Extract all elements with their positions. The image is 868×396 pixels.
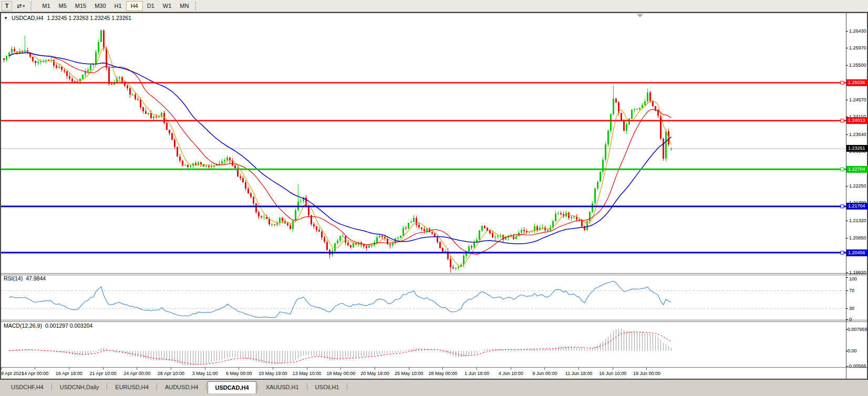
- chart-tab-USDCAD-H4[interactable]: USDCAD,H4: [208, 381, 256, 393]
- rsi-label: RSI(14) 47.9844: [4, 275, 46, 282]
- chart-tab-USDCNH-Daily[interactable]: USDCNH,Daily: [53, 381, 106, 392]
- timeframe-button-M30[interactable]: M30: [90, 1, 110, 11]
- collapse-triangle-icon[interactable]: ▼: [4, 16, 8, 20]
- toolbar-grip: [30, 2, 34, 10]
- toolbar: T ⇄ ▾ M1M5M15M30H1H4D1W1MN: [0, 0, 868, 12]
- candlestick-series: [3, 29, 672, 273]
- toolbar-grip: [195, 2, 198, 10]
- chart-title: ▼ USDCAD,H4 1.23245 1.23263 1.23245 1.23…: [4, 15, 131, 21]
- macd-values: 0.001297 0.003204: [45, 322, 93, 329]
- macd-signal-line: [9, 332, 671, 364]
- chart-tab-USDCHF-H4[interactable]: USDCHF,H4: [4, 381, 50, 392]
- line-anchor-handle[interactable]: [841, 168, 844, 171]
- timeframe-button-W1[interactable]: W1: [159, 1, 176, 11]
- chart-canvas[interactable]: [1, 13, 867, 379]
- timeframe-button-M15[interactable]: M15: [71, 1, 90, 11]
- line-anchor-handle[interactable]: [841, 81, 844, 85]
- chart-symbol: USDCAD,H4: [12, 15, 44, 21]
- text-tool-button[interactable]: T: [2, 1, 12, 11]
- chart-tab-AUDUSD-H4[interactable]: AUDUSD,H4: [158, 381, 205, 392]
- macd-label: MACD(12,26,9) 0.001297 0.003204: [4, 322, 92, 329]
- chart-tab-EURUSD-H4[interactable]: EURUSD,H4: [108, 381, 156, 392]
- timeframe-button-MN[interactable]: MN: [175, 1, 193, 11]
- tab-separator: [157, 383, 157, 390]
- chart-window[interactable]: 1.264301.259701.255001.245701.241101.236…: [0, 12, 868, 380]
- tab-separator: [206, 383, 206, 390]
- panel-borders: [1, 13, 867, 379]
- chart-tab-USOil-H1[interactable]: USOil,H1: [308, 381, 346, 392]
- timeframe-button-M5[interactable]: M5: [55, 1, 71, 11]
- macd-name: MACD(12,26,9): [4, 322, 42, 329]
- arrows-icon: ⇄: [17, 3, 22, 9]
- timeframe-button-D1[interactable]: D1: [143, 1, 159, 11]
- line-anchor-handle[interactable]: [841, 205, 844, 208]
- timeframe-button-H4[interactable]: H4: [126, 1, 143, 11]
- chart-ohlc: 1.23245 1.23263 1.23245 1.23261: [47, 15, 132, 21]
- rsi-line: [9, 281, 671, 317]
- line-anchor-handle[interactable]: [841, 251, 844, 254]
- chart-tab-XAUUSD-H1[interactable]: XAUUSD,H1: [259, 381, 306, 392]
- timeframe-group: M1M5M15M30H1H4D1W1MN: [38, 1, 193, 11]
- cursor-tool-button[interactable]: ⇄ ▾: [15, 1, 26, 11]
- chevron-down-icon: ▾: [23, 4, 25, 8]
- tab-separator: [51, 383, 52, 390]
- tab-separator: [257, 383, 258, 390]
- tab-separator: [107, 383, 107, 390]
- line-anchor-handle[interactable]: [841, 119, 844, 122]
- tab-separator: [307, 383, 307, 390]
- rsi-value: 47.9844: [26, 275, 46, 282]
- tab-separator: [347, 383, 347, 390]
- chart-shift-marker-icon[interactable]: [637, 14, 643, 17]
- timeframe-button-H1[interactable]: H1: [110, 1, 126, 11]
- chart-tab-bar: USDCHF,H4USDCNH,DailyEURUSD,H4AUDUSD,H4U…: [0, 380, 868, 396]
- rsi-name: RSI(14): [4, 275, 23, 282]
- timeframe-button-M1[interactable]: M1: [38, 1, 54, 11]
- trading-terminal: { "toolbar": { "text_tool": "T", "timefr…: [0, 0, 868, 396]
